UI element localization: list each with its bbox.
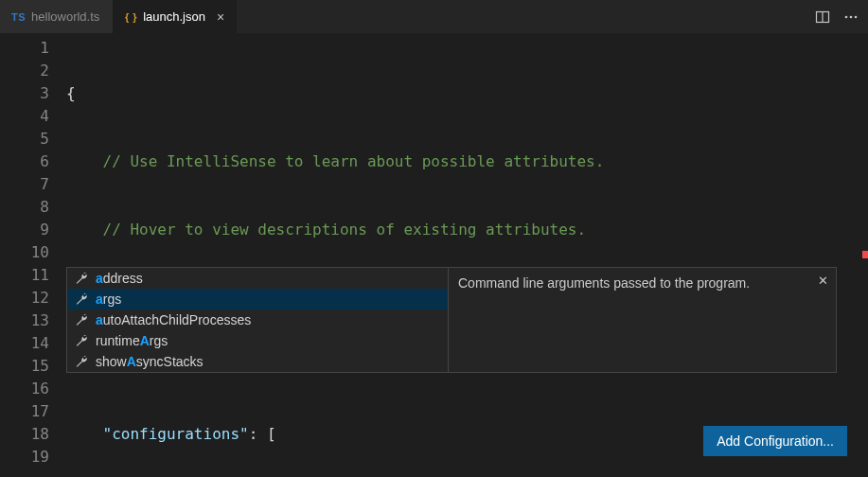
close-icon[interactable]: ✕	[818, 272, 828, 291]
property-icon	[75, 313, 88, 327]
property-icon	[75, 334, 88, 347]
suggest-item[interactable]: showAsyncStacks	[67, 351, 448, 372]
suggest-label: autoAttachChildProcesses	[96, 312, 251, 327]
line-number: 14	[0, 332, 49, 355]
line-number: 3	[0, 82, 49, 105]
suggest-doc-text: Command line arguments passed to the pro…	[458, 275, 750, 291]
tab-label: helloworld.ts	[31, 9, 99, 24]
code-text: // Use IntelliSense to learn about possi…	[66, 152, 604, 170]
suggest-item[interactable]: runtimeArgs	[67, 330, 448, 351]
line-number: 1	[0, 37, 49, 60]
svg-point-2	[845, 15, 848, 18]
suggest-label: args	[96, 292, 121, 307]
property-icon	[75, 272, 88, 285]
code-text: "configurations"	[103, 425, 249, 443]
line-number: 9	[0, 219, 49, 241]
line-number: 16	[0, 378, 49, 400]
suggest-item[interactable]: args	[67, 289, 448, 309]
suggest-item[interactable]: autoAttachChildProcesses	[67, 309, 448, 330]
line-number: 15	[0, 355, 49, 378]
line-number: 10	[0, 241, 49, 264]
line-number: 11	[0, 264, 49, 287]
suggest-docs: Command line arguments passed to the pro…	[449, 267, 837, 373]
line-number: 18	[0, 423, 49, 446]
tab-actions	[806, 0, 868, 33]
line-number: 6	[0, 150, 49, 173]
more-icon[interactable]	[843, 9, 859, 25]
suggest-label: showAsyncStacks	[96, 354, 204, 369]
typescript-icon: TS	[11, 11, 26, 23]
editor[interactable]: 12345678910111213141516171819 { // Use I…	[0, 33, 868, 477]
line-number: 4	[0, 105, 49, 128]
suggest-widget: addressargsautoAttachChildProcessesrunti…	[66, 267, 837, 373]
property-icon	[75, 355, 88, 368]
tab-helloworld[interactable]: TS helloworld.ts	[0, 0, 114, 33]
line-number: 13	[0, 309, 49, 332]
line-number: 5	[0, 128, 49, 150]
code-text: // Hover to view descriptions of existin…	[66, 221, 586, 238]
tab-label: launch.json	[143, 9, 205, 24]
suggest-label: address	[96, 271, 143, 286]
close-icon[interactable]: ×	[217, 10, 224, 24]
line-number: 12	[0, 287, 49, 309]
tab-launch-json[interactable]: { } launch.json ×	[114, 0, 237, 33]
json-icon: { }	[125, 11, 137, 23]
property-icon	[75, 292, 88, 306]
suggest-item[interactable]: address	[67, 268, 448, 289]
svg-point-3	[850, 15, 853, 18]
suggest-list[interactable]: addressargsautoAttachChildProcessesrunti…	[66, 267, 449, 373]
line-number-gutter: 12345678910111213141516171819	[0, 33, 66, 477]
line-number: 17	[0, 400, 49, 423]
code-text: {	[66, 84, 76, 102]
line-number: 2	[0, 60, 49, 82]
line-number: 7	[0, 173, 49, 196]
line-number: 8	[0, 196, 49, 219]
add-configuration-button[interactable]: Add Configuration...	[703, 426, 847, 456]
suggest-label: runtimeArgs	[96, 333, 168, 348]
line-number: 19	[0, 446, 49, 468]
tab-bar: TS helloworld.ts { } launch.json ×	[0, 0, 868, 33]
code-area[interactable]: { // Use IntelliSense to learn about pos…	[66, 33, 868, 477]
svg-point-4	[855, 15, 858, 18]
scroll-error-marker[interactable]	[862, 251, 868, 258]
split-editor-icon[interactable]	[815, 9, 830, 25]
